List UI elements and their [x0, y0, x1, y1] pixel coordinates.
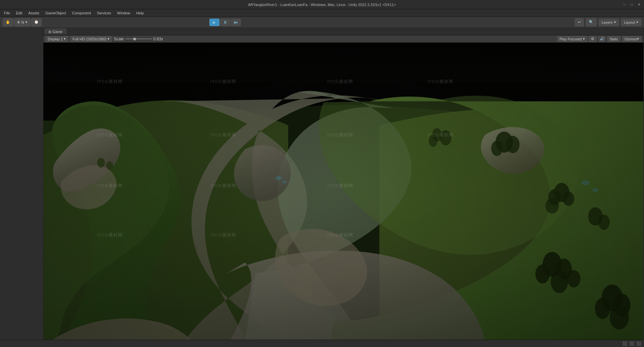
menu-help[interactable]: Help — [134, 10, 147, 16]
play-icon: ▶ — [213, 20, 216, 25]
minimize-button[interactable]: ─ — [622, 2, 627, 7]
menu-edit[interactable]: Edit — [13, 10, 25, 16]
play-focused-button[interactable]: Play Focused ▾ — [557, 36, 587, 42]
pause-button[interactable]: ⏸ — [220, 19, 230, 26]
resolution-chevron-icon: ▾ — [108, 37, 110, 41]
status-icon-1[interactable]: ⬛ — [622, 341, 627, 346]
layout-chevron-icon: ▾ — [636, 20, 638, 24]
scale-value: 0.83x — [153, 37, 163, 41]
status-bar: ⬛ ⬛ ⬛ — [0, 340, 644, 347]
play-focused-group: Play Focused ▾ ⚙ — [557, 36, 597, 42]
undo-icon: ↩ — [578, 20, 581, 24]
scale-label: Scale — [114, 37, 124, 41]
layers-chevron-icon: ▾ — [614, 20, 616, 24]
game-tab-label: Game — [52, 30, 62, 34]
left-sidebar — [0, 28, 43, 347]
title-bar-text: ARYangtzeRiver1 - LuanKanLuanFa - Window… — [248, 3, 396, 7]
resolution-selector[interactable]: Full HD (1920x1080) ▾ — [70, 36, 112, 42]
transform-chevron: ▾ — [25, 20, 27, 24]
move-icon: ⊕ — [17, 20, 20, 24]
layers-dropdown[interactable]: Layers ▾ — [599, 19, 619, 26]
display-label: Display 1 — [48, 37, 63, 41]
title-bar: ARYangtzeRiver1 - LuanKanLuanFa - Window… — [0, 0, 644, 9]
toolbar-right: ↩ 🔍 Layers ▾ Layout ▾ — [575, 18, 641, 26]
gizmos-chevron-icon: ▾ — [637, 37, 639, 41]
menu-window[interactable]: Window — [115, 10, 133, 16]
menu-services[interactable]: Services — [94, 10, 114, 16]
play-button[interactable]: ▶ — [209, 19, 219, 26]
maximize-button[interactable]: □ — [629, 2, 634, 7]
play-controls: ▶ ⏸ ⏭ — [209, 19, 241, 26]
status-icon-3[interactable]: ⬛ — [636, 341, 641, 346]
stats-button[interactable]: Stats — [607, 36, 620, 42]
tool-transform[interactable]: ⊕ N ▾ — [14, 18, 30, 26]
game-viewport[interactable]: ITCG素材网 ITCG素材网 ITCG素材网 ITCG素材网 ITCG素材网 … — [43, 43, 643, 347]
toolbar: ✋ ⊕ N ▾ ⌚ ▶ ⏸ ⏭ ↩ 🔍 Layers ▾ — [0, 17, 644, 28]
status-icons: ⬛ ⬛ ⬛ — [622, 341, 641, 346]
svg-rect-30 — [43, 43, 643, 347]
game-toolbar: Display 1 ▾ Full HD (1920x1080) ▾ Scale … — [43, 35, 643, 43]
gizmos-button[interactable]: Gizmos ▾ — [622, 36, 641, 42]
menu-assets[interactable]: Assets — [26, 10, 42, 16]
menu-gameobject[interactable]: GameObject — [43, 10, 69, 16]
gear-settings-button[interactable]: ⚙ — [589, 36, 597, 42]
layout-label: Layout — [624, 20, 635, 24]
stats-label: Stats — [610, 37, 618, 41]
status-icon-2[interactable]: ⬛ — [629, 341, 634, 346]
game-tab-bar: ⊞ Game — [43, 28, 643, 35]
pause-icon: ⏸ — [223, 20, 227, 25]
terrain-svg — [43, 43, 643, 347]
mute-button[interactable]: 🔊 — [599, 36, 605, 42]
tool-history[interactable]: ⌚ — [31, 18, 42, 26]
layers-label: Layers — [602, 20, 613, 24]
menu-component[interactable]: Component — [69, 10, 94, 16]
mute-icon: 🔊 — [600, 37, 604, 41]
gear-icon: ⚙ — [591, 37, 594, 41]
transform-n-label: N — [21, 20, 24, 24]
history-btn[interactable]: ↩ — [575, 18, 584, 26]
step-icon: ⏭ — [234, 20, 238, 25]
game-tab[interactable]: ⊞ Game — [45, 29, 66, 34]
menu-file[interactable]: File — [1, 10, 13, 16]
window-controls: ─ □ ✕ — [622, 2, 641, 7]
hand-icon: ✋ — [6, 20, 10, 24]
scale-container: Scale 0.83x — [114, 37, 163, 41]
close-button[interactable]: ✕ — [637, 2, 641, 7]
display-chevron-icon: ▾ — [64, 37, 66, 41]
search-icon: 🔍 — [589, 20, 594, 24]
layout-dropdown[interactable]: Layout ▾ — [621, 19, 641, 26]
tool-hand[interactable]: ✋ — [3, 18, 13, 26]
display-selector[interactable]: Display 1 ▾ — [45, 36, 68, 42]
scale-slider[interactable] — [125, 38, 152, 39]
step-button[interactable]: ⏭ — [231, 19, 241, 26]
main-layout: ⊞ Game Display 1 ▾ Full HD (1920x1080) ▾… — [0, 28, 644, 347]
tool-group-left: ✋ ⊕ N ▾ ⌚ — [3, 18, 42, 26]
gizmos-label: Gizmos — [625, 37, 637, 41]
center-area: ⊞ Game Display 1 ▾ Full HD (1920x1080) ▾… — [43, 28, 643, 347]
play-focused-label: Play Focused — [559, 37, 582, 41]
menu-bar: File Edit Assets GameObject Component Se… — [0, 9, 644, 17]
resolution-label: Full HD (1920x1080) — [72, 37, 107, 41]
history-icon: ⌚ — [34, 20, 39, 24]
play-focused-chevron-icon: ▾ — [583, 37, 585, 41]
game-tab-icon: ⊞ — [48, 30, 51, 34]
scale-slider-thumb[interactable] — [133, 38, 136, 40]
search-btn[interactable]: 🔍 — [586, 18, 597, 26]
terrain-scene: ITCG素材网 ITCG素材网 ITCG素材网 ITCG素材网 ITCG素材网 … — [43, 43, 643, 347]
